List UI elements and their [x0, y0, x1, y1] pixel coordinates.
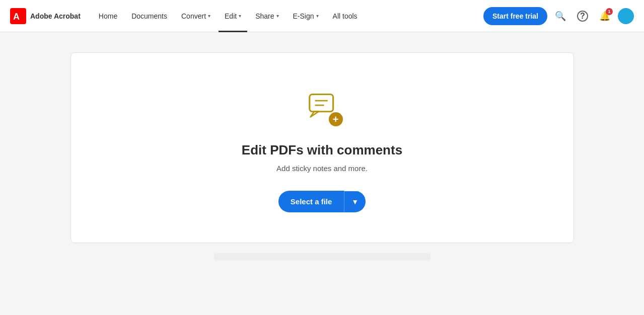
navbar-actions: Start free trial 🔍 ? 🔔 1	[483, 7, 634, 25]
nav-item-edit[interactable]: Edit ▾	[219, 0, 247, 32]
nav-item-convert[interactable]: Convert ▾	[175, 0, 217, 32]
select-file-dropdown-button[interactable]: ▼	[344, 191, 366, 212]
svg-text:A: A	[13, 12, 20, 22]
nav-label-documents: Documents	[131, 12, 167, 20]
nav-label-share: Share	[255, 12, 274, 20]
nav-item-documents[interactable]: Documents	[125, 0, 173, 32]
select-file-button[interactable]: Select a file	[278, 191, 345, 212]
nav-item-home[interactable]: Home	[93, 0, 123, 32]
navbar: A Adobe Acrobat Home Documents Convert ▾…	[0, 0, 644, 32]
chevron-down-icon: ▼	[351, 198, 359, 206]
nav-item-share[interactable]: Share ▾	[249, 0, 284, 32]
bottom-card-hint	[214, 253, 431, 260]
nav-item-esign[interactable]: E-Sign ▾	[287, 0, 325, 32]
nav-item-alltools[interactable]: All tools	[327, 0, 364, 32]
help-button[interactable]: ?	[574, 7, 592, 25]
nav-label-alltools: All tools	[333, 12, 357, 20]
search-button[interactable]: 🔍	[551, 7, 569, 25]
brand-logo[interactable]: A Adobe Acrobat	[10, 8, 81, 24]
chevron-down-icon: ▾	[239, 13, 241, 19]
svg-rect-2	[309, 95, 333, 112]
start-trial-button[interactable]: Start free trial	[483, 7, 547, 25]
svg-marker-5	[310, 112, 318, 117]
feature-icon-wrapper: +	[300, 83, 345, 128]
feature-card: + Edit PDFs with comments Add sticky not…	[70, 52, 574, 243]
acrobat-logo-icon: A	[10, 8, 26, 24]
chevron-down-icon: ▾	[316, 13, 319, 19]
feature-subtitle: Add sticky notes and more.	[276, 164, 368, 173]
nav-label-edit: Edit	[225, 12, 237, 20]
select-file-group: Select a file ▼	[278, 191, 366, 212]
bottom-card-hint-area	[10, 253, 634, 260]
brand-name: Adobe Acrobat	[30, 12, 81, 20]
chevron-down-icon: ▾	[208, 13, 210, 19]
nav-label-home: Home	[99, 12, 117, 20]
nav-links: Home Documents Convert ▾ Edit ▾ Share ▾ …	[93, 0, 483, 32]
search-icon: 🔍	[555, 11, 566, 22]
add-comment-badge: +	[329, 112, 343, 126]
chevron-down-icon: ▾	[276, 13, 279, 19]
nav-label-esign: E-Sign	[293, 12, 314, 20]
main-content: + Edit PDFs with comments Add sticky not…	[0, 32, 644, 270]
notification-wrapper: 🔔 1	[596, 7, 614, 25]
notification-badge: 1	[606, 8, 613, 15]
help-icon: ?	[577, 11, 588, 22]
nav-label-convert: Convert	[181, 12, 206, 20]
user-avatar[interactable]	[618, 8, 634, 24]
feature-title: Edit PDFs with comments	[242, 142, 402, 158]
